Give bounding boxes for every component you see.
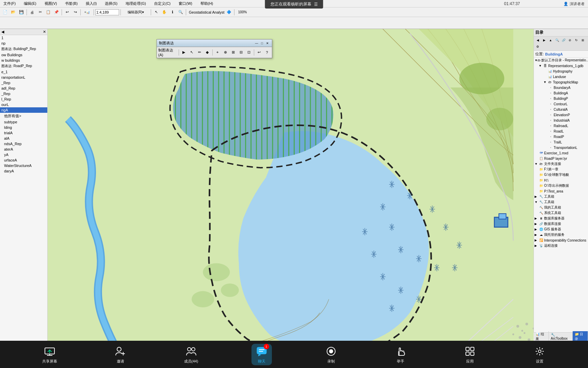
tree-hydrography[interactable]: ▶ 📊 Hydrography [534,68,588,74]
paste-btn[interactable]: 📌 [53,9,60,16]
layer-l-rep[interactable]: l_Rep [0,96,47,102]
repr-select-btn[interactable]: ↖ [188,49,195,56]
tree-topomap[interactable]: ▼ 🗁 TopographicMap [534,79,588,85]
layer-nga[interactable]: ngA [0,107,47,113]
tree-drive-h[interactable]: 📁 H:\ [534,178,588,183]
layer-watera[interactable]: aterA [0,147,47,152]
redo-btn[interactable]: ↪ [71,9,79,16]
taskbar-chat[interactable]: 1 聊天 [251,344,272,365]
repr-play-btn[interactable]: ▶ [180,49,187,56]
tree-interop[interactable]: ▶ 🔁 Interoperability Connections [534,237,588,243]
tree-traill[interactable]: ▪ TrailL [534,139,588,145]
layer-dary[interactable]: daryA [0,168,47,174]
catalog-btn-disconnect[interactable]: ⊘ [567,37,573,43]
tree-drive-f[interactable]: 📁 F:\第一章 [534,167,588,172]
repr-close-btn[interactable]: ✕ [265,41,270,46]
repr-menu-label[interactable]: 制图表达(A) [158,48,177,57]
layer-trial[interactable]: trialA [0,130,47,136]
repr-edit-btn[interactable]: ✏ [196,49,203,56]
pan-tool[interactable]: ✋ [161,9,168,16]
undo-btn[interactable]: ↩ [63,9,71,16]
geostat-arrow[interactable]: 🔷 [225,9,233,16]
repr-tool3[interactable]: ⊞ [230,49,237,56]
repr-undo[interactable]: ↩ [256,49,263,56]
open-btn[interactable]: 📂 [10,9,17,16]
catalog-btn-1[interactable]: ◀ [535,37,541,43]
layer-surface[interactable]: urfaceA [0,157,47,163]
tree-db-conn[interactable]: ▶ 🔗 数据库连接 [534,221,588,227]
tree-buildinga[interactable]: ▪ BuildingA [534,90,588,96]
save-btn[interactable]: 💾 [18,9,25,16]
tree-gis-server[interactable]: ▶ 🌐 GIS 服务器 [534,227,588,232]
cut-btn[interactable]: ✂ [36,9,44,16]
tree-industriala[interactable]: ▪ IndustrialA [534,118,588,123]
layer-adl[interactable]: adl_Rep [0,86,47,91]
layer-others[interactable]: 他所有值> [0,113,47,119]
layer-transportation[interactable]: ransportationL [0,75,47,80]
tree-gdb[interactable]: ▼ 🗄 Representations_1.gdb [534,63,588,68]
zoom-in-btn[interactable]: 🔍 [177,9,184,16]
repr-tool1[interactable]: ⌖ [214,49,221,56]
repr-tool5[interactable]: ⊡ [245,49,252,56]
tree-my-toolbox[interactable]: 🔨 我的工具箱 [534,205,588,210]
taskbar-settings[interactable]: 设置 [529,344,550,365]
tree-drive-g[interactable]: 📁 G:\全球数字地貌 [534,172,588,178]
catalog-btn-refresh[interactable]: ↻ [573,37,579,43]
catalog-btn-connect[interactable]: 🔗 [560,37,567,43]
map-area[interactable] [48,29,534,358]
tree-sys-toolbox[interactable]: 🔨 系统工具箱 [534,210,588,216]
tree-buildingp[interactable]: ▪ BuildingP [534,96,588,101]
tree-db-server[interactable]: ▶ 🖥 数据库服务器 [534,216,588,221]
catalog-btn-options[interactable]: ⚙ [535,44,541,50]
layer-rep1[interactable]: _Rep [0,80,47,86]
menu-view[interactable]: 视图(V) [43,0,59,7]
layer-roadrep[interactable]: 图表达: RoadP_Rep [0,63,47,69]
editor-btn[interactable]: 编辑器(R)▾ [122,9,149,16]
layer-item-1[interactable]: 1 [0,35,47,41]
tree-my-service[interactable]: ▶ ☁ 我托管的服务 [534,232,588,237]
menu-edit[interactable]: 编辑(E) [22,0,38,7]
tree-lyr[interactable]: 📋 RoadP layer.lyr [534,156,588,161]
layer-buildings[interactable]: ow Buildings [0,52,47,58]
tree-drive-o[interactable]: 📁 O:\导出示例数据 [534,183,588,188]
catalog-btn-grid[interactable]: ⊞ [580,37,586,43]
tree-culturala[interactable]: ▪ CulturalA [534,107,588,112]
menu-file[interactable]: 文件(F) [1,0,18,7]
tree-elevationp[interactable]: ▪ ElevationP [534,112,588,118]
tree-roadl[interactable]: ▪ RoadL [534,128,588,134]
repr-tool2[interactable]: ⊕ [222,49,229,56]
layer-item-buildrep[interactable]: 图表达: BuildingP_Rep [0,46,47,52]
taskbar-hand[interactable]: 举手 [390,344,411,365]
print-btn[interactable]: 🖨 [28,9,36,16]
tree-root[interactable]: ▼ 🗁 默认工作目录 - Representatio... [534,58,588,63]
layer-rep2[interactable]: _Rep [0,91,47,96]
layer-ndsa[interactable]: ndsA_Rep [0,141,47,147]
layer-ourl[interactable]: ourL [0,102,47,107]
tree-mxd[interactable]: 🗺 Exercise_1.mxd [534,150,588,156]
tree-remote[interactable]: ▶ 📡 远程连接 [534,243,588,248]
tree-toolbox2[interactable]: ▼ 🔧 工具箱 [534,199,588,205]
layer-waterstructure[interactable]: WaterStructureA [0,163,47,168]
menu-insert[interactable]: 插入(I) [84,0,99,7]
repr-tool4[interactable]: ⊟ [238,49,245,56]
tree-roadp[interactable]: ▪ RoadP [534,134,588,139]
zoom-level[interactable]: 100% [236,9,249,16]
tree-folder-conn[interactable]: ▼ 🗁 文件夹连接 [534,161,588,167]
menu-help[interactable]: 帮助(H) [198,0,215,7]
menu-customize[interactable]: 自定义(C) [152,0,173,7]
tab-arctoolbox[interactable]: 🔧 ArcToolbox [549,332,573,341]
repr-vertex-btn[interactable]: ◆ [204,49,211,56]
menu-bookmark[interactable]: 书签(B) [63,0,80,7]
catalog-btn-2[interactable]: ▶ [541,37,547,43]
repr-minimize-btn[interactable]: — [254,41,259,46]
layer-item-np[interactable]: np [0,41,47,46]
tree-boundarya[interactable]: ▪ BoundaryA [534,85,588,90]
repr-title-bar[interactable]: 制图表达 — □ ✕ [157,40,272,47]
taskbar-members[interactable]: 成员(44) [180,344,202,365]
tree-landuse[interactable]: ▶ 📊 Landuse [534,74,588,79]
menu-window[interactable]: 窗口(W) [177,0,194,7]
menu-geoprocessing[interactable]: 地理处理(G) [124,0,148,7]
panel-close-btn[interactable]: ✕ [43,30,46,34]
catalog-btn-search[interactable]: 🔍 [554,37,560,43]
layer-wbuildings[interactable]: w buildings [0,58,47,63]
